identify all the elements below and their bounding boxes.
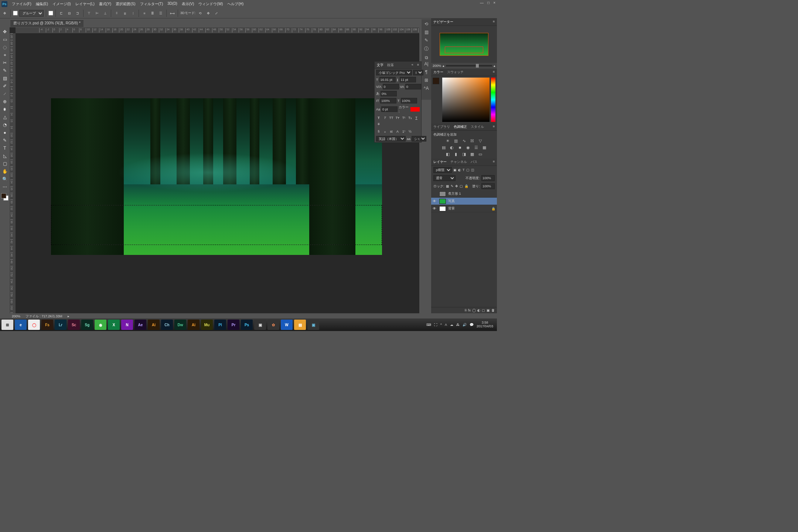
tab-paragraph[interactable]: 段落 xyxy=(387,63,394,68)
zoom-slider[interactable] xyxy=(446,65,492,66)
layer-row[interactable]: 長方形 1 xyxy=(431,190,497,198)
taskbar-app[interactable]: Ai xyxy=(148,320,160,330)
menu-item[interactable]: 表示(V) xyxy=(180,1,196,7)
taskbar-app[interactable]: ▤ xyxy=(294,320,306,330)
threshold-icon[interactable]: ◨ xyxy=(461,152,467,157)
leading-input[interactable] xyxy=(400,77,416,82)
menu-item[interactable]: 選択範囲(S) xyxy=(113,1,137,7)
hscale-input[interactable] xyxy=(401,98,417,103)
brightness-icon[interactable]: ☀ xyxy=(445,139,451,144)
network-icon[interactable]: 🖧 xyxy=(456,323,460,327)
menu-item[interactable]: 編集(E) xyxy=(34,1,50,7)
superscript-icon[interactable]: T¹ xyxy=(401,115,406,120)
tool-item[interactable]: ▢ xyxy=(1,160,9,167)
lock-artb-icon[interactable]: ▢ xyxy=(460,184,463,188)
titling-icon[interactable]: A xyxy=(395,129,400,134)
char-icon[interactable]: A| xyxy=(424,61,428,66)
taskbar-app[interactable]: ◯ xyxy=(28,320,40,330)
clock[interactable]: 3:58 2017/04/03 xyxy=(477,321,495,328)
lock-trans-icon[interactable]: ▦ xyxy=(446,184,449,188)
orbit-icon[interactable]: ⟲ xyxy=(197,10,204,17)
lock-all-icon[interactable]: 🔒 xyxy=(464,184,468,188)
filter-smart-icon[interactable]: ◫ xyxy=(471,168,474,172)
tool-item[interactable]: ⋯ xyxy=(1,183,9,191)
bw-icon[interactable]: ■ xyxy=(457,145,463,150)
chevron-right-icon[interactable]: ▸ xyxy=(68,314,69,318)
taskbar-app[interactable]: ✿ xyxy=(267,320,279,330)
subscript-icon[interactable]: T₁ xyxy=(407,115,413,120)
visibility-icon[interactable]: 👁 xyxy=(433,199,437,203)
tool-item[interactable]: ✋ xyxy=(1,168,9,175)
input-icon[interactable]: ⛶ xyxy=(434,323,437,327)
fill-input[interactable] xyxy=(481,183,495,189)
tool-item[interactable]: ◌ xyxy=(1,44,9,51)
filter-pixel-icon[interactable]: ▣ xyxy=(453,168,457,172)
taskbar-app[interactable]: Pl xyxy=(214,320,226,330)
taskbar-app[interactable]: Ai xyxy=(188,320,200,330)
taskbar-app[interactable]: W xyxy=(281,320,293,330)
baseline-input[interactable] xyxy=(381,106,398,112)
tool-item[interactable]: ▤ xyxy=(1,75,9,82)
taskbar-app[interactable]: e xyxy=(15,320,27,330)
hue-slider[interactable] xyxy=(491,78,495,122)
volume-icon[interactable]: 🔊 xyxy=(463,323,467,327)
align-bottom-icon[interactable]: ⊥ xyxy=(102,10,109,17)
filter-kind-select[interactable]: p種類 xyxy=(433,167,452,173)
color-field[interactable] xyxy=(442,78,490,122)
ordinal-icon[interactable]: 1ˢ xyxy=(401,129,406,134)
font-family-select[interactable]: 小塚ゴシック Pro xyxy=(376,70,412,75)
para-icon[interactable]: ¶ xyxy=(425,69,427,75)
tool-item[interactable]: ◺ xyxy=(1,152,9,160)
vscale-input[interactable] xyxy=(380,98,396,103)
tab-color[interactable]: カラー xyxy=(433,70,443,75)
fractions-icon[interactable]: ½ xyxy=(407,129,413,134)
maximize-icon[interactable]: □ xyxy=(487,1,490,5)
taskbar-app[interactable]: Sg xyxy=(81,320,93,330)
distribute-v-icon[interactable]: ☰ xyxy=(157,10,164,17)
filter-shape-icon[interactable]: ▢ xyxy=(466,168,470,172)
vibrance-icon[interactable]: ▽ xyxy=(477,139,483,144)
menu-item[interactable]: 書式(Y) xyxy=(97,1,113,7)
document-tab[interactable]: 磨りガラス.psd @ 200% (写真, RGB/8) * xyxy=(10,19,83,27)
tool-item[interactable]: 🔍 xyxy=(1,175,9,183)
bounds-checkbox[interactable] xyxy=(48,11,53,16)
panel-menu-icon[interactable]: ≡ xyxy=(493,20,495,24)
panel-menu-icon[interactable]: ≡ xyxy=(493,160,495,164)
filter-type-icon[interactable]: T xyxy=(463,168,465,172)
close-icon[interactable]: × xyxy=(493,1,495,5)
underline-icon[interactable]: T xyxy=(414,115,419,120)
bold-icon[interactable]: T xyxy=(376,115,381,120)
align-middle-icon[interactable]: ⊢ xyxy=(94,10,100,17)
tab-layers[interactable]: レイヤー xyxy=(433,160,447,164)
stylistic-icon[interactable]: st xyxy=(389,129,394,134)
move-tool-icon[interactable]: ✥ xyxy=(1,10,8,17)
taskbar-app[interactable]: ⊞ xyxy=(1,320,13,330)
canvas-area[interactable]: -4-2024681012141618202224262830323436384… xyxy=(10,27,419,313)
gradmap-icon[interactable]: ▭ xyxy=(477,152,483,157)
tab-navigator[interactable]: ナビゲーター xyxy=(433,20,453,24)
taskbar-app[interactable]: Pr xyxy=(228,320,239,330)
menu-item[interactable]: ファイル(F) xyxy=(10,1,34,7)
selcolor-icon[interactable]: ▩ xyxy=(469,152,475,157)
levels-icon[interactable]: ▥ xyxy=(453,139,459,144)
panel-menu-icon[interactable]: ≡ xyxy=(493,70,495,75)
menu-item[interactable]: イメージ(I) xyxy=(50,1,73,7)
invert-icon[interactable]: ◧ xyxy=(445,152,451,157)
distribute-v-icon[interactable]: ≡ xyxy=(141,10,148,17)
taskbar-app[interactable]: Ch xyxy=(161,320,173,330)
trash-icon[interactable]: 🗑 xyxy=(491,308,495,312)
pan-icon[interactable]: ✥ xyxy=(205,10,212,17)
taskbar-app[interactable]: Sc xyxy=(68,320,80,330)
styles-icon[interactable]: ᴬA xyxy=(424,86,429,91)
tool-item[interactable]: ✐ xyxy=(1,82,9,90)
layer-row[interactable]: 👁 写真 xyxy=(431,198,497,205)
group-icon[interactable]: ▢ xyxy=(482,308,485,312)
antialias-select[interactable]: シャープ xyxy=(412,136,426,141)
tool-item[interactable]: ⌖ xyxy=(1,51,9,59)
glyphs-icon[interactable]: ⊞ xyxy=(424,78,428,83)
spacing-icon[interactable]: ⟷ xyxy=(169,10,175,17)
tool-item[interactable]: ● xyxy=(1,129,9,136)
panel-menu-icon[interactable]: ≡ xyxy=(493,125,495,129)
taskbar-app[interactable]: Lr xyxy=(55,320,66,330)
link-icon[interactable]: ⎘ xyxy=(465,308,467,312)
